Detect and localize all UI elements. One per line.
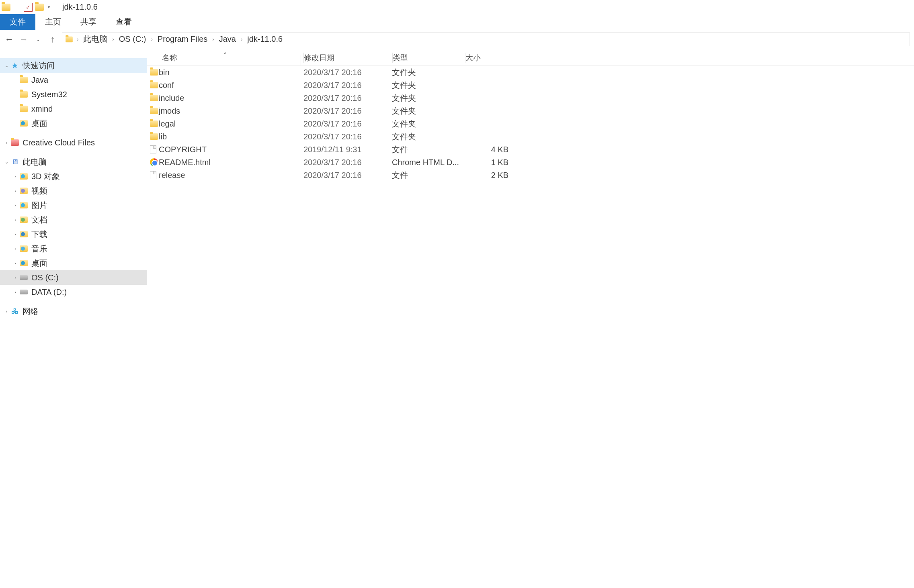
window-icon[interactable] (2, 4, 10, 11)
chevron-right-icon[interactable]: › (11, 217, 19, 222)
tree-creative-cloud[interactable]: › Creative Cloud Files (0, 135, 147, 150)
qat-properties-icon[interactable]: ✓ (24, 3, 33, 12)
file-row[interactable]: conf2020/3/17 20:16文件夹 (147, 79, 914, 92)
file-name: release (159, 171, 303, 180)
tree-label: 3D 对象 (31, 171, 60, 182)
chevron-right-icon[interactable]: › (11, 203, 19, 208)
header-type[interactable]: 类型 (393, 53, 465, 63)
title-bar: ✓ ▾ jdk-11.0.6 (0, 0, 914, 14)
music-icon (20, 245, 28, 252)
folder-icon (150, 108, 158, 114)
file-row[interactable]: README.html2020/3/17 20:16Chrome HTML D.… (147, 156, 914, 169)
file-type: 文件夹 (392, 67, 464, 78)
file-date: 2020/3/17 20:16 (303, 68, 392, 77)
address-bar[interactable]: › 此电脑 › OS (C:) › Program Files › Java ›… (62, 33, 910, 46)
up-button[interactable]: ↑ (47, 34, 58, 45)
file-type: 文件夹 (392, 80, 464, 91)
file-name: include (159, 94, 303, 103)
breadcrumb-segment[interactable]: OS (C:) (117, 35, 148, 44)
tree-label: xmind (31, 104, 53, 114)
tree-item-3d-objects[interactable]: › 3D 对象 (0, 169, 147, 184)
file-name: conf (159, 81, 303, 90)
breadcrumb-segment[interactable]: jdk-11.0.6 (246, 35, 284, 44)
divider (17, 4, 17, 11)
qat-new-folder-icon[interactable] (35, 4, 44, 11)
tab-share[interactable]: 共享 (71, 14, 106, 30)
header-name[interactable]: 名称 ^ (147, 53, 303, 63)
chevron-right-icon[interactable]: › (11, 188, 19, 193)
file-row[interactable]: bin2020/3/17 20:16文件夹 (147, 66, 914, 79)
tree-item-pictures[interactable]: › 图片 (0, 198, 147, 212)
tree-item-xmind[interactable]: xmind (0, 102, 147, 116)
drive-icon (20, 275, 28, 280)
file-row[interactable]: jmods2020/3/17 20:16文件夹 (147, 104, 914, 117)
header-date[interactable]: 修改日期 (304, 53, 392, 63)
file-size: 2 KB (464, 171, 508, 180)
chevron-right-icon[interactable]: › (2, 140, 10, 145)
tree-item-desktop[interactable]: 桌面 (0, 116, 147, 131)
back-button[interactable]: ← (4, 34, 14, 45)
file-name: bin (159, 68, 303, 77)
chevron-right-icon[interactable]: › (11, 232, 19, 237)
breadcrumb-segment[interactable]: Program Files (156, 35, 209, 44)
chevron-right-icon[interactable]: › (149, 36, 154, 42)
file-date: 2020/3/17 20:16 (303, 94, 392, 103)
tree-label: Creative Cloud Files (23, 138, 95, 147)
tree-label: 文档 (31, 214, 47, 225)
tree-item-music[interactable]: › 音乐 (0, 241, 147, 256)
file-date: 2020/3/17 20:16 (303, 119, 392, 129)
tree-label: System32 (31, 90, 67, 99)
chevron-down-icon[interactable]: ⌄ (2, 63, 10, 68)
chevron-right-icon[interactable]: › (2, 309, 10, 314)
tree-item-videos[interactable]: › 视频 (0, 184, 147, 198)
star-icon: ★ (10, 61, 19, 69)
file-icon (150, 145, 156, 153)
tab-view[interactable]: 查看 (106, 14, 141, 30)
sort-asc-icon: ^ (224, 52, 226, 56)
tree-item-java[interactable]: Java (0, 73, 147, 87)
file-row[interactable]: legal2020/3/17 20:16文件夹 (147, 117, 914, 130)
chevron-right-icon[interactable]: › (11, 290, 19, 294)
pc-icon: 🖥 (10, 158, 19, 166)
downloads-icon (20, 231, 28, 237)
qat-customize-icon[interactable]: ▾ (46, 5, 51, 9)
tree-item-desktop-2[interactable]: › 桌面 (0, 256, 147, 270)
header-size[interactable]: 大小 (465, 53, 510, 63)
file-row[interactable]: COPYRIGHT2019/12/11 9:31文件4 KB (147, 143, 914, 156)
chevron-down-icon[interactable]: ⌄ (2, 159, 10, 165)
chevron-right-icon[interactable]: › (211, 36, 215, 42)
tab-home[interactable]: 主页 (35, 14, 71, 30)
file-date: 2020/3/17 20:16 (303, 81, 392, 90)
file-row[interactable]: include2020/3/17 20:16文件夹 (147, 92, 914, 104)
tree-network[interactable]: › 🖧 网络 (0, 304, 147, 318)
tree-label: DATA (D:) (31, 288, 67, 297)
tree-quick-access[interactable]: ⌄ ★ 快速访问 (0, 58, 147, 73)
chevron-right-icon[interactable]: › (11, 261, 19, 265)
tree-label: 桌面 (31, 118, 47, 129)
file-row[interactable]: lib2020/3/17 20:16文件夹 (147, 130, 914, 143)
file-name: README.html (159, 158, 303, 167)
chevron-right-icon[interactable]: › (75, 36, 80, 42)
tree-item-system32[interactable]: System32 (0, 87, 147, 102)
forward-button[interactable]: → (18, 34, 29, 45)
tree-item-documents[interactable]: › 文档 (0, 212, 147, 227)
tree-item-data-d[interactable]: › DATA (D:) (0, 285, 147, 299)
chevron-right-icon[interactable]: › (239, 36, 244, 42)
tree-item-downloads[interactable]: › 下载 (0, 227, 147, 241)
file-type: 文件夹 (392, 131, 464, 142)
file-row[interactable]: release2020/3/17 20:16文件2 KB (147, 169, 914, 182)
tree-item-os-c[interactable]: › OS (C:) (0, 270, 147, 285)
tab-file[interactable]: 文件 (0, 14, 35, 30)
tree-this-pc[interactable]: ⌄ 🖥 此电脑 (0, 155, 147, 169)
chevron-right-icon[interactable]: › (11, 246, 19, 251)
breadcrumb-segment[interactable]: 此电脑 (82, 34, 109, 45)
chevron-right-icon[interactable]: › (11, 174, 19, 179)
folder-icon (150, 133, 158, 140)
breadcrumb-segment[interactable]: Java (217, 35, 238, 44)
chevron-right-icon[interactable]: › (11, 275, 19, 280)
network-icon: 🖧 (10, 307, 19, 315)
tree-label: 网络 (23, 306, 39, 317)
chevron-right-icon[interactable]: › (111, 36, 115, 42)
recent-locations-button[interactable]: ⌄ (33, 34, 43, 45)
folder-icon (20, 106, 28, 112)
